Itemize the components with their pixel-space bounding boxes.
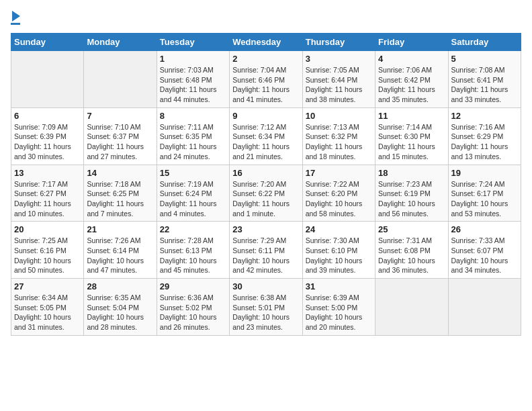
day-cell: 17Sunrise: 7:22 AM Sunset: 6:20 PM Dayli… [302,165,375,222]
day-number: 3 [306,54,372,64]
day-number: 17 [306,168,372,178]
day-number: 25 [378,224,445,234]
day-cell: 11Sunrise: 7:14 AM Sunset: 6:30 PM Dayli… [375,107,448,165]
day-cell: 19Sunrise: 7:24 AM Sunset: 6:17 PM Dayli… [448,165,521,222]
day-cell: 5Sunrise: 7:08 AM Sunset: 6:41 PM Daylig… [448,51,521,108]
day-detail: Sunrise: 6:38 AM Sunset: 5:01 PM Dayligh… [232,293,299,332]
header-tuesday: Tuesday [157,34,229,51]
day-detail: Sunrise: 7:17 AM Sunset: 6:27 PM Dayligh… [14,179,81,219]
day-detail: Sunrise: 7:08 AM Sunset: 6:41 PM Dayligh… [451,65,518,105]
day-detail: Sunrise: 7:26 AM Sunset: 6:14 PM Dayligh… [87,236,153,275]
week-row-1: 1Sunrise: 7:03 AM Sunset: 6:48 PM Daylig… [11,51,521,108]
day-cell: 22Sunrise: 7:28 AM Sunset: 6:13 PM Dayli… [157,222,229,279]
header-friday: Friday [375,34,448,51]
day-detail: Sunrise: 7:22 AM Sunset: 6:20 PM Dayligh… [306,179,372,219]
day-detail: Sunrise: 6:36 AM Sunset: 5:02 PM Dayligh… [160,293,226,332]
day-number: 27 [14,281,81,291]
header-saturday: Saturday [448,34,521,51]
day-number: 31 [306,281,372,291]
day-cell: 28Sunrise: 6:35 AM Sunset: 5:04 PM Dayli… [84,279,157,336]
day-cell: 29Sunrise: 6:36 AM Sunset: 5:02 PM Dayli… [157,279,229,336]
day-cell: 9Sunrise: 7:12 AM Sunset: 6:34 PM Daylig… [230,107,302,165]
day-cell: 4Sunrise: 7:06 AM Sunset: 6:42 PM Daylig… [375,51,448,108]
day-detail: Sunrise: 7:23 AM Sunset: 6:19 PM Dayligh… [378,179,445,219]
day-cell [375,279,448,336]
day-number: 23 [232,224,299,234]
day-number: 19 [451,168,518,178]
day-cell: 12Sunrise: 7:16 AM Sunset: 6:29 PM Dayli… [448,107,521,165]
day-cell: 13Sunrise: 7:17 AM Sunset: 6:27 PM Dayli… [11,165,84,222]
day-detail: Sunrise: 7:11 AM Sunset: 6:35 PM Dayligh… [160,122,226,162]
day-cell: 1Sunrise: 7:03 AM Sunset: 6:48 PM Daylig… [157,51,229,108]
day-detail: Sunrise: 7:05 AM Sunset: 6:44 PM Dayligh… [306,65,372,105]
day-detail: Sunrise: 7:06 AM Sunset: 6:42 PM Dayligh… [378,65,445,105]
day-number: 4 [378,54,445,64]
day-cell: 10Sunrise: 7:13 AM Sunset: 6:32 PM Dayli… [302,107,375,165]
day-number: 29 [160,281,226,291]
day-number: 30 [232,281,299,291]
day-cell: 7Sunrise: 7:10 AM Sunset: 6:37 PM Daylig… [84,107,157,165]
day-cell [448,279,521,336]
logo-arrow-icon [12,11,20,21]
day-number: 22 [160,224,226,234]
day-detail: Sunrise: 7:28 AM Sunset: 6:13 PM Dayligh… [160,236,226,275]
day-cell [84,51,157,108]
header-wednesday: Wednesday [230,34,302,51]
day-detail: Sunrise: 7:10 AM Sunset: 6:37 PM Dayligh… [87,122,153,162]
calendar-header-row: SundayMondayTuesdayWednesdayThursdayFrid… [11,34,521,51]
day-detail: Sunrise: 7:30 AM Sunset: 6:10 PM Dayligh… [306,236,372,275]
day-number: 24 [306,224,372,234]
day-number: 26 [451,224,518,234]
day-detail: Sunrise: 7:19 AM Sunset: 6:24 PM Dayligh… [160,179,226,219]
day-detail: Sunrise: 7:03 AM Sunset: 6:48 PM Dayligh… [160,65,226,105]
day-number: 21 [87,224,153,234]
week-row-5: 27Sunrise: 6:34 AM Sunset: 5:05 PM Dayli… [11,279,521,336]
day-detail: Sunrise: 7:29 AM Sunset: 6:11 PM Dayligh… [232,236,299,275]
day-cell: 23Sunrise: 7:29 AM Sunset: 6:11 PM Dayli… [230,222,302,279]
week-row-2: 6Sunrise: 7:09 AM Sunset: 6:39 PM Daylig… [11,107,521,165]
day-number: 11 [378,111,445,121]
day-detail: Sunrise: 7:04 AM Sunset: 6:46 PM Dayligh… [232,65,299,105]
day-cell [11,51,84,108]
day-detail: Sunrise: 7:33 AM Sunset: 6:07 PM Dayligh… [451,236,518,275]
day-number: 2 [232,54,299,64]
day-number: 20 [14,224,81,234]
week-row-4: 20Sunrise: 7:25 AM Sunset: 6:16 PM Dayli… [11,222,521,279]
day-cell: 15Sunrise: 7:19 AM Sunset: 6:24 PM Dayli… [157,165,229,222]
logo [11,11,20,25]
page-header [11,11,521,25]
day-detail: Sunrise: 7:18 AM Sunset: 6:25 PM Dayligh… [87,179,153,219]
day-detail: Sunrise: 7:24 AM Sunset: 6:17 PM Dayligh… [451,179,518,219]
day-cell: 31Sunrise: 6:39 AM Sunset: 5:00 PM Dayli… [302,279,375,336]
day-cell: 24Sunrise: 7:30 AM Sunset: 6:10 PM Dayli… [302,222,375,279]
day-detail: Sunrise: 7:20 AM Sunset: 6:22 PM Dayligh… [232,179,299,219]
day-detail: Sunrise: 6:34 AM Sunset: 5:05 PM Dayligh… [14,293,81,332]
day-cell: 26Sunrise: 7:33 AM Sunset: 6:07 PM Dayli… [448,222,521,279]
day-detail: Sunrise: 6:39 AM Sunset: 5:00 PM Dayligh… [306,293,372,332]
day-number: 13 [14,168,81,178]
day-detail: Sunrise: 7:16 AM Sunset: 6:29 PM Dayligh… [451,122,518,162]
week-row-3: 13Sunrise: 7:17 AM Sunset: 6:27 PM Dayli… [11,165,521,222]
header-sunday: Sunday [11,34,84,51]
logo-underline [11,23,20,25]
day-number: 1 [160,54,226,64]
day-detail: Sunrise: 7:09 AM Sunset: 6:39 PM Dayligh… [14,122,81,162]
day-detail: Sunrise: 7:14 AM Sunset: 6:30 PM Dayligh… [378,122,445,162]
calendar-table: SundayMondayTuesdayWednesdayThursdayFrid… [11,33,521,336]
day-cell: 14Sunrise: 7:18 AM Sunset: 6:25 PM Dayli… [84,165,157,222]
day-detail: Sunrise: 7:25 AM Sunset: 6:16 PM Dayligh… [14,236,81,275]
header-monday: Monday [84,34,157,51]
day-number: 28 [87,281,153,291]
day-number: 7 [87,111,153,121]
day-number: 14 [87,168,153,178]
day-number: 16 [232,168,299,178]
day-number: 5 [451,54,518,64]
day-cell: 3Sunrise: 7:05 AM Sunset: 6:44 PM Daylig… [302,51,375,108]
day-cell: 6Sunrise: 7:09 AM Sunset: 6:39 PM Daylig… [11,107,84,165]
day-cell: 2Sunrise: 7:04 AM Sunset: 6:46 PM Daylig… [230,51,302,108]
day-cell: 8Sunrise: 7:11 AM Sunset: 6:35 PM Daylig… [157,107,229,165]
day-cell: 20Sunrise: 7:25 AM Sunset: 6:16 PM Dayli… [11,222,84,279]
day-number: 9 [232,111,299,121]
day-cell: 21Sunrise: 7:26 AM Sunset: 6:14 PM Dayli… [84,222,157,279]
day-cell: 30Sunrise: 6:38 AM Sunset: 5:01 PM Dayli… [230,279,302,336]
